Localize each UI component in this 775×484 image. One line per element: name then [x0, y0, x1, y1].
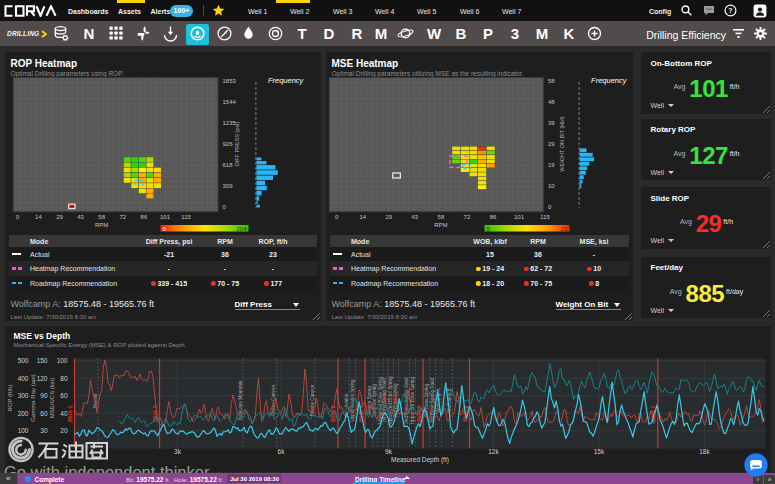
- svg-text:29: 29: [385, 213, 392, 219]
- svg-text:MSE/UCS (ksi): MSE/UCS (ksi): [48, 377, 54, 417]
- svg-text:115: 115: [540, 213, 550, 219]
- svg-text:39: 39: [547, 120, 554, 126]
- svg-text:200: 200: [17, 409, 28, 416]
- svg-text:0: 0: [15, 213, 19, 219]
- svg-text:20: 20: [60, 427, 68, 434]
- svg-text:BHA 1: BHA 1: [67, 405, 73, 421]
- svg-text:Gamma Ray (api): Gamma Ray (api): [29, 374, 35, 421]
- svg-text:12k: 12k: [488, 448, 499, 455]
- svg-text:150: 150: [36, 357, 47, 364]
- svg-text:RPM: RPM: [434, 221, 447, 227]
- svg-text:Avalon: Avalon: [343, 393, 348, 407]
- svg-text:86: 86: [140, 213, 147, 219]
- svg-text:58: 58: [547, 78, 554, 84]
- svg-text:1544: 1544: [222, 99, 236, 105]
- svg-text:1853: 1853: [222, 78, 236, 84]
- svg-text:618: 618: [222, 162, 233, 168]
- svg-text:72: 72: [119, 213, 126, 219]
- svg-text:43: 43: [411, 213, 418, 219]
- svg-text:300: 300: [17, 392, 28, 399]
- svg-text:18k: 18k: [699, 448, 710, 455]
- svg-text:101: 101: [159, 213, 170, 219]
- svg-text:72: 72: [463, 213, 470, 219]
- svg-text:400: 400: [17, 374, 28, 381]
- svg-text:2nd Bone Spring: 2nd Bone Spring: [393, 382, 398, 417]
- svg-text:0: 0: [222, 204, 226, 210]
- svg-text:204: 204: [236, 225, 247, 231]
- svg-text:500: 500: [17, 357, 28, 364]
- svg-text:58: 58: [98, 213, 105, 219]
- svg-text:15k: 15k: [593, 448, 604, 455]
- svg-text:926: 926: [222, 141, 233, 147]
- svg-text:120: 120: [36, 374, 47, 381]
- svg-text:Upper 2nd Bone Spring: Upper 2nd Bone Spring: [387, 376, 392, 424]
- svg-text:90: 90: [40, 392, 48, 399]
- svg-text:Frequency: Frequency: [267, 76, 304, 85]
- svg-text:43: 43: [77, 213, 84, 219]
- svg-text:100: 100: [56, 357, 67, 364]
- svg-text:58: 58: [437, 213, 444, 219]
- svg-text:10: 10: [547, 183, 554, 189]
- svg-text:19: 19: [547, 162, 554, 168]
- svg-text:Frequency: Frequency: [591, 76, 628, 85]
- svg-text:29: 29: [56, 213, 63, 219]
- svg-text:14: 14: [35, 213, 42, 219]
- svg-text:60: 60: [40, 409, 48, 416]
- svg-text:9k: 9k: [385, 448, 393, 455]
- svg-text:6k: 6k: [277, 448, 285, 455]
- svg-text:?: ?: [728, 7, 732, 14]
- svg-text:Measured Depth (ft): Measured Depth (ft): [391, 456, 449, 464]
- svg-text:60: 60: [60, 392, 68, 399]
- svg-text:21: 21: [560, 225, 567, 231]
- svg-text:100: 100: [17, 427, 28, 434]
- svg-text:14: 14: [359, 213, 366, 219]
- svg-text:0: 0: [547, 204, 551, 210]
- svg-text:29: 29: [547, 141, 554, 147]
- svg-text:30: 30: [40, 427, 48, 434]
- svg-text:48: 48: [547, 99, 554, 105]
- svg-text:101: 101: [514, 213, 525, 219]
- svg-text:RPM: RPM: [95, 221, 108, 227]
- svg-text:ROP (ft/h): ROP (ft/h): [7, 384, 13, 411]
- svg-text:0: 0: [335, 213, 339, 219]
- svg-text:DIFF PRESS (psi): DIFF PRESS (psi): [233, 121, 239, 166]
- svg-text:309: 309: [222, 183, 233, 189]
- svg-text:80: 80: [60, 374, 68, 381]
- svg-text:115: 115: [181, 213, 191, 219]
- svg-text:86: 86: [489, 213, 496, 219]
- svg-text:WEIGHT ON BIT (klbf): WEIGHT ON BIT (klbf): [558, 116, 564, 172]
